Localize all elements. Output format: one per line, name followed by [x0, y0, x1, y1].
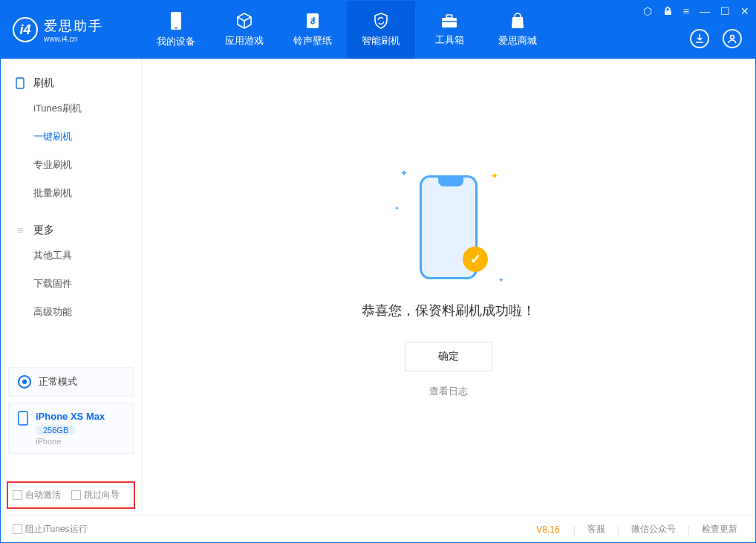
- sidebar-item-pro-flash[interactable]: 专业刷机: [1, 151, 141, 179]
- highlighted-options: 自动激活 跳过向导: [7, 481, 135, 509]
- check-badge-icon: ✓: [463, 247, 488, 272]
- mode-label: 正常模式: [39, 375, 77, 388]
- tab-label: 应用游戏: [225, 34, 264, 48]
- bag-icon: [509, 12, 526, 30]
- svg-rect-0: [171, 12, 181, 30]
- download-icon: [694, 33, 705, 44]
- cube-icon: [235, 12, 253, 30]
- device-capacity: 256GB: [36, 425, 76, 435]
- svg-rect-5: [442, 21, 457, 22]
- shirt-icon[interactable]: ⬡: [643, 5, 652, 17]
- footer: 阻止iTunes运行 V8.16 | 客服 | 微信公众号 | 检查更新: [1, 515, 755, 543]
- group-title: 更多: [33, 224, 54, 237]
- app-subtitle: www.i4.cn: [44, 35, 103, 43]
- close-button[interactable]: ✕: [740, 5, 749, 17]
- ok-button[interactable]: 确定: [405, 342, 492, 371]
- phone-icon: [14, 77, 26, 89]
- device-type: iPhone: [36, 437, 105, 446]
- sidebar-item-download-firmware[interactable]: 下载固件: [1, 270, 141, 298]
- tab-smart-flash[interactable]: 智能刷机: [347, 1, 415, 59]
- header: i4 爱思助手 www.i4.cn 我的设备 应用游戏 铃声壁纸 智能刷机 工具…: [1, 1, 755, 59]
- success-illustration: ✦ ✦ ✦ ✦ ✓: [420, 175, 478, 279]
- device-name: iPhone XS Max: [36, 411, 105, 422]
- checkbox-icon: [13, 490, 22, 500]
- tab-label: 我的设备: [157, 35, 195, 48]
- nav-tabs: 我的设备 应用游戏 铃声壁纸 智能刷机 工具箱 爱思商城: [142, 1, 552, 59]
- svg-rect-3: [442, 18, 457, 27]
- checkbox-block-itunes[interactable]: 阻止iTunes运行: [13, 523, 88, 536]
- sidebar-item-itunes-flash[interactable]: iTunes刷机: [1, 94, 141, 123]
- header-actions: [690, 29, 742, 48]
- main-content: ✦ ✦ ✦ ✦ ✓ 恭喜您，保资料刷机成功啦！ 确定 查看日志: [142, 59, 755, 515]
- version-label: V8.16: [536, 524, 559, 535]
- logo-area: i4 爱思助手 www.i4.cn: [1, 17, 142, 43]
- device-phone-icon: [18, 411, 28, 428]
- checkbox-icon: [13, 524, 22, 534]
- success-message: 恭喜您，保资料刷机成功啦！: [362, 302, 535, 319]
- logo-icon: i4: [13, 17, 38, 42]
- tab-store[interactable]: 爱思商城: [483, 1, 552, 59]
- device-icon: [168, 11, 184, 30]
- toolbox-icon: [440, 13, 458, 29]
- shield-sync-icon: [372, 12, 390, 30]
- lock-icon[interactable]: 🔒︎: [662, 5, 673, 17]
- app-title: 爱思助手: [44, 17, 103, 35]
- user-icon: [727, 33, 737, 44]
- svg-rect-9: [19, 412, 27, 425]
- svg-rect-7: [16, 78, 24, 88]
- list-icon: ≡: [14, 224, 26, 236]
- music-icon: [304, 12, 321, 30]
- user-button[interactable]: [723, 29, 742, 48]
- mode-icon: [18, 375, 31, 388]
- footer-link-wechat[interactable]: 微信公众号: [625, 523, 682, 536]
- mode-box[interactable]: 正常模式: [8, 367, 134, 397]
- sidebar-group-more: ≡ 更多: [1, 219, 141, 241]
- window-controls: ⬡ 🔒︎ ≡ — ☐ ✕: [643, 5, 749, 17]
- svg-point-8: [22, 380, 27, 384]
- footer-link-update[interactable]: 检查更新: [696, 523, 743, 536]
- menu-icon[interactable]: ≡: [683, 5, 689, 17]
- tab-apps-games[interactable]: 应用游戏: [210, 1, 278, 59]
- tab-label: 铃声壁纸: [293, 34, 332, 48]
- sidebar-item-batch-flash[interactable]: 批量刷机: [1, 179, 141, 207]
- svg-point-6: [731, 36, 734, 39]
- checkbox-icon: [71, 490, 81, 500]
- sidebar-item-oneclick-flash[interactable]: 一键刷机: [1, 123, 141, 151]
- sidebar: 刷机 iTunes刷机 一键刷机 专业刷机 批量刷机 ≡ 更多 其他工具 下载固…: [1, 59, 142, 515]
- tab-label: 智能刷机: [362, 34, 400, 48]
- tab-label: 爱思商城: [498, 34, 537, 48]
- svg-rect-4: [446, 15, 452, 18]
- device-box[interactable]: iPhone XS Max 256GB iPhone: [8, 403, 134, 454]
- group-title: 刷机: [33, 77, 54, 90]
- sidebar-item-advanced[interactable]: 高级功能: [1, 298, 141, 326]
- maximize-button[interactable]: ☐: [720, 5, 730, 17]
- tab-ringtones[interactable]: 铃声壁纸: [278, 1, 347, 59]
- sidebar-item-other-tools[interactable]: 其他工具: [1, 241, 141, 270]
- svg-rect-1: [175, 27, 177, 29]
- tab-my-device[interactable]: 我的设备: [142, 1, 210, 59]
- footer-link-support[interactable]: 客服: [581, 523, 611, 536]
- tab-label: 工具箱: [435, 33, 464, 47]
- view-log-link[interactable]: 查看日志: [429, 385, 468, 398]
- checkbox-auto-activate[interactable]: 自动激活: [13, 489, 61, 501]
- download-button[interactable]: [690, 29, 709, 48]
- minimize-button[interactable]: —: [700, 5, 710, 17]
- checkbox-skip-guide[interactable]: 跳过向导: [71, 489, 120, 501]
- sidebar-group-flash: 刷机: [1, 72, 141, 94]
- tab-toolbox[interactable]: 工具箱: [415, 1, 483, 59]
